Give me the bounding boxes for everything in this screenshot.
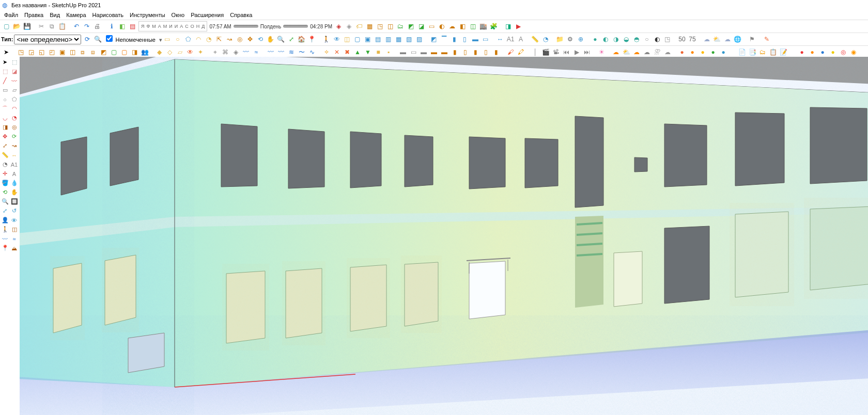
walk-tool-icon[interactable]: 🚶 bbox=[1, 225, 9, 234]
rect-icon[interactable]: ▭ bbox=[163, 35, 172, 44]
circle-tool-icon[interactable]: ○ bbox=[1, 95, 9, 104]
orbB-icon[interactable]: ● bbox=[688, 47, 697, 57]
section-tool-icon[interactable]: ◫ bbox=[10, 225, 19, 234]
arrow-up-icon[interactable]: ▲ bbox=[353, 47, 362, 57]
wall2-icon[interactable]: ▯ bbox=[460, 47, 470, 57]
sun-icon[interactable]: ☀ bbox=[597, 47, 606, 57]
orbA-icon[interactable]: ● bbox=[677, 47, 687, 57]
cross1-icon[interactable]: ✕ bbox=[332, 47, 342, 57]
rect-tool-icon[interactable]: ▭ bbox=[1, 86, 9, 94]
polygon-tool-icon[interactable]: ⬠ bbox=[10, 95, 19, 104]
polygon-icon[interactable]: ⬠ bbox=[183, 35, 193, 44]
fog-icon[interactable]: ☁ bbox=[447, 22, 457, 31]
slab5-icon[interactable]: ▬ bbox=[440, 47, 449, 57]
menu-инструменты[interactable]: Инструменты bbox=[127, 12, 168, 18]
pages-icon[interactable]: ▤ bbox=[128, 22, 137, 31]
home-icon[interactable]: 🏠 bbox=[297, 35, 306, 44]
style4-icon[interactable]: ▥ bbox=[384, 35, 393, 44]
filter2-icon[interactable]: ◈ bbox=[344, 22, 353, 31]
zoom-icon[interactable]: 🔍 bbox=[276, 35, 286, 44]
next-icon[interactable]: ⏭ bbox=[582, 47, 592, 57]
zoomext-icon[interactable]: ⤢ bbox=[287, 35, 296, 44]
paint-tool-icon[interactable]: 🪣 bbox=[1, 179, 9, 187]
cloudA-icon[interactable]: ☁ bbox=[611, 47, 621, 57]
move-icon[interactable]: ✥ bbox=[245, 35, 255, 44]
softedge-icon[interactable]: ◧ bbox=[458, 22, 467, 31]
rotate-tool-icon[interactable]: ⟳ bbox=[10, 132, 19, 141]
save-icon[interactable]: 💾 bbox=[22, 22, 32, 31]
docD-icon[interactable]: 📋 bbox=[768, 47, 778, 57]
sphere6-icon[interactable]: ○ bbox=[642, 35, 652, 44]
view-iso-icon[interactable]: ◩ bbox=[429, 35, 439, 44]
paste-icon[interactable]: 📋 bbox=[57, 22, 67, 31]
docB-icon[interactable]: 📑 bbox=[748, 47, 757, 57]
contrast-icon[interactable]: ◐ bbox=[653, 35, 662, 44]
clip1-icon[interactable]: 🎬 bbox=[541, 47, 550, 57]
orbC-icon[interactable]: ● bbox=[698, 47, 707, 57]
menu-окно[interactable]: Окно bbox=[168, 12, 188, 18]
cube-h-icon[interactable]: ⧇ bbox=[88, 47, 98, 57]
lasso-tool-icon[interactable]: ⬚ bbox=[1, 67, 9, 76]
cloud2-icon[interactable]: ⛅ bbox=[712, 35, 722, 44]
orbE-icon[interactable]: ● bbox=[719, 47, 728, 57]
look-icon[interactable]: 👁 bbox=[332, 35, 342, 44]
3dtext-tool-icon[interactable]: A bbox=[10, 169, 19, 178]
slab4-icon[interactable]: ▬ bbox=[429, 47, 439, 57]
section-icon[interactable]: ◫ bbox=[343, 35, 352, 44]
add-loc-icon[interactable]: 📍 bbox=[307, 35, 317, 44]
zoomwin-tool-icon[interactable]: 🔲 bbox=[10, 197, 19, 206]
playg-icon[interactable]: ▶ bbox=[572, 47, 581, 57]
menu-расширения[interactable]: Расширения bbox=[188, 12, 227, 18]
view-left-icon[interactable]: ▭ bbox=[481, 35, 490, 44]
orbit-icon[interactable]: ⟲ bbox=[256, 35, 265, 44]
prev-view-icon[interactable]: ↺ bbox=[10, 206, 19, 215]
cloudD-icon[interactable]: ☁ bbox=[642, 47, 652, 57]
cube-a-icon[interactable]: ◳ bbox=[16, 47, 25, 57]
open-file-icon[interactable]: 📂 bbox=[12, 22, 21, 31]
wall5-icon[interactable]: ▮ bbox=[491, 47, 501, 57]
styles-icon[interactable]: ◪ bbox=[416, 22, 426, 31]
box-green-icon[interactable]: ▢ bbox=[109, 47, 118, 57]
line-tool-icon[interactable]: ╱ bbox=[1, 76, 9, 85]
copy-icon[interactable]: ⧉ bbox=[47, 22, 56, 31]
paint-icon[interactable]: 🖌 bbox=[506, 47, 515, 57]
prev-icon[interactable]: ⏮ bbox=[562, 47, 571, 57]
undo-icon[interactable]: ↶ bbox=[72, 22, 81, 31]
slab2-icon[interactable]: ▭ bbox=[409, 47, 418, 57]
protractor-icon[interactable]: ◔ bbox=[541, 35, 550, 44]
gear-icon[interactable]: ⚙ bbox=[566, 35, 575, 44]
sphere2-icon[interactable]: ◐ bbox=[601, 35, 610, 44]
followme-tool-icon[interactable]: ↝ bbox=[10, 141, 19, 150]
time-slider[interactable] bbox=[234, 25, 258, 28]
cube-c-icon[interactable]: ◱ bbox=[37, 47, 46, 57]
view-top-icon[interactable]: ▔ bbox=[440, 35, 449, 44]
eraser-tool-icon[interactable]: ◪ bbox=[10, 67, 19, 76]
arrow-dn-icon[interactable]: ▼ bbox=[363, 47, 373, 57]
cube-f-icon[interactable]: ◫ bbox=[68, 47, 77, 57]
water3-icon[interactable]: ≋ bbox=[287, 47, 296, 57]
protractor-tool-icon[interactable]: ◔ bbox=[1, 160, 9, 169]
pie-tool-icon[interactable]: ◔ bbox=[10, 114, 19, 122]
sample-tool-icon[interactable]: 💧 bbox=[10, 179, 19, 187]
sq1-icon[interactable]: ■ bbox=[374, 47, 383, 57]
box-orange-icon[interactable]: ▢ bbox=[119, 47, 129, 57]
people-icon[interactable]: 👥 bbox=[140, 47, 149, 57]
viewport-3d[interactable] bbox=[20, 57, 868, 415]
menu-справка[interactable]: Справка bbox=[227, 12, 255, 18]
type-select[interactable]: <не определено> bbox=[14, 35, 81, 44]
terrain-icon[interactable]: ⛰ bbox=[10, 244, 19, 252]
offset-icon[interactable]: ◎ bbox=[235, 35, 244, 44]
circle-icon[interactable]: ○ bbox=[173, 35, 182, 44]
sphere5-icon[interactable]: ◓ bbox=[632, 35, 641, 44]
dim-icon[interactable]: ↔ bbox=[495, 35, 505, 44]
untagged-checkbox[interactable]: Непомеченные ▾ bbox=[106, 35, 162, 43]
type-refresh-icon[interactable]: ⟳ bbox=[83, 35, 92, 44]
cube-i-icon[interactable]: ◩ bbox=[99, 47, 108, 57]
select-icon[interactable]: ➤ bbox=[2, 47, 11, 57]
cloudC-icon[interactable]: ☁ bbox=[632, 47, 641, 57]
pan-icon[interactable]: ✋ bbox=[266, 35, 275, 44]
3dtext-icon[interactable]: A bbox=[516, 35, 525, 44]
component-icon[interactable]: ⬚ bbox=[10, 58, 19, 67]
cube-e-icon[interactable]: ▣ bbox=[57, 47, 67, 57]
view-back-icon[interactable]: ▬ bbox=[471, 35, 480, 44]
